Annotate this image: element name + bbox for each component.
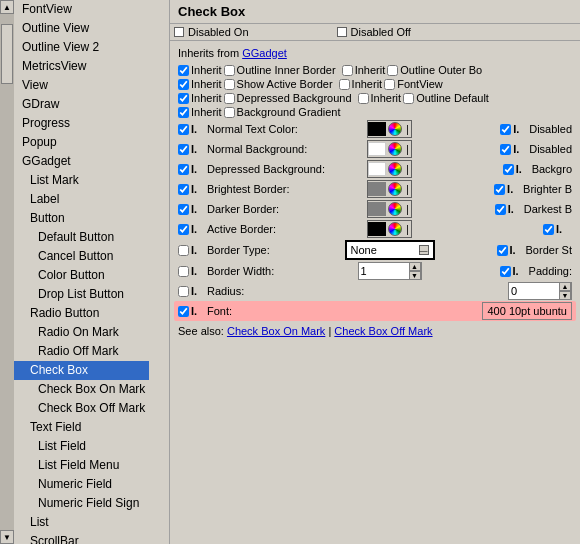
prop-border-type: I. Border Type: None — I. Border St [174, 239, 576, 261]
inherit-show-active-cb[interactable] [178, 79, 189, 90]
darker-border-btn[interactable]: | [367, 200, 412, 218]
sidebar-item-list-field[interactable]: List Field [14, 437, 149, 456]
depressed-bg-cb[interactable] [224, 93, 235, 104]
sidebar-item-numeric-field[interactable]: Numeric Field [14, 475, 149, 494]
prop-font: I. Font: 400 10pt ubuntu [174, 301, 576, 321]
active-border-btn[interactable]: | [367, 220, 412, 238]
sidebar-item-button[interactable]: Button [14, 209, 149, 228]
border-type-inherit-cb[interactable] [178, 245, 189, 256]
sidebar-item-list[interactable]: List [14, 513, 149, 532]
radius-down[interactable]: ▼ [559, 291, 571, 300]
sidebar-item-cancel-button[interactable]: Cancel Button [14, 247, 149, 266]
color-wheel-icon3 [388, 162, 402, 176]
radius-input[interactable] [509, 283, 559, 299]
inherit-bg-gradient-cb[interactable] [178, 107, 189, 118]
sidebar-item-radio-on-mark[interactable]: Radio On Mark [14, 323, 149, 342]
sidebar-item-metricsview[interactable]: MetricsView [14, 57, 149, 76]
sidebar-item-view[interactable]: View [14, 76, 149, 95]
inherit-outline-outer-cb[interactable] [342, 65, 353, 76]
bg-gradient-cb[interactable] [224, 107, 235, 118]
darker-border-right-cb[interactable] [495, 204, 506, 215]
normal-text-color-btn[interactable]: | [367, 120, 412, 138]
radius-stepper[interactable]: ▲ ▼ [508, 282, 572, 300]
sidebar-nav: FontViewOutline ViewOutline View 2Metric… [14, 0, 149, 544]
outer-shadow-cb[interactable] [384, 79, 395, 90]
outline-default-cb[interactable] [403, 93, 414, 104]
sidebar-item-radio-button[interactable]: Radio Button [14, 304, 149, 323]
border-width-right-cb[interactable] [500, 266, 511, 277]
radius-up[interactable]: ▲ [559, 282, 571, 291]
dropdown-arrow-icon: — [419, 245, 429, 255]
depressed-bg-inherit-cb[interactable] [178, 164, 189, 175]
sidebar-item-text-field[interactable]: Text Field [14, 418, 149, 437]
darker-border-inherit-cb[interactable] [178, 204, 189, 215]
sidebar-item-drop-list-button[interactable]: Drop List Button [14, 285, 149, 304]
outline-outer-border-cb[interactable] [387, 65, 398, 76]
active-border-inherit-cb[interactable] [178, 224, 189, 235]
sidebar-item-outline-view[interactable]: Outline View [14, 19, 149, 38]
disabled-on-checkbox[interactable] [174, 27, 184, 37]
inherit-outline-default-cb[interactable] [358, 93, 369, 104]
sidebar-item-popup[interactable]: Popup [14, 133, 149, 152]
brightest-border-inherit-cb[interactable] [178, 184, 189, 195]
border-width-down[interactable]: ▼ [409, 271, 421, 280]
border-type-dropdown[interactable]: None — [345, 240, 435, 260]
font-value[interactable]: 400 10pt ubuntu [482, 302, 572, 320]
sidebar-item-numeric-field-sign[interactable]: Numeric Field Sign [14, 494, 149, 513]
normal-bg-inherit-cb[interactable] [178, 144, 189, 155]
scroll-up-arrow[interactable]: ▲ [0, 0, 14, 14]
sidebar-item-list-mark[interactable]: List Mark [14, 171, 149, 190]
prop-radius: I. Radius: ▲ ▼ [174, 281, 576, 301]
inherit-outline-inner-cb[interactable] [178, 65, 189, 76]
prop-darker-border: I. Darker Border: | I. Darkest B [174, 199, 576, 219]
show-active-border-cb[interactable] [224, 79, 235, 90]
depressed-bg-btn[interactable]: | [367, 160, 412, 178]
sidebar-item-ggadget[interactable]: GGadget [14, 152, 149, 171]
outline-inner-border-cb[interactable] [224, 65, 235, 76]
sidebar-item-check-box-on-mark[interactable]: Check Box On Mark [14, 380, 149, 399]
color-wheel-icon [388, 122, 402, 136]
brightest-border-right-cb[interactable] [494, 184, 505, 195]
disabled-off-checkbox[interactable] [337, 27, 347, 37]
radius-inherit-cb[interactable] [178, 286, 189, 297]
sidebar-item-check-box[interactable]: Check Box [14, 361, 149, 380]
sidebar-item-color-button[interactable]: Color Button [14, 266, 149, 285]
font-inherit-cb[interactable] [178, 306, 189, 317]
see-also-check-box-off-mark[interactable]: Check Box Off Mark [334, 325, 432, 337]
active-border-swatch [368, 222, 386, 236]
inherit-outer-shadow-cb[interactable] [339, 79, 350, 90]
inherits-link[interactable]: GGadget [242, 47, 287, 59]
normal-text-color-right-cb[interactable] [500, 124, 511, 135]
sidebar-item-label[interactable]: Label [14, 190, 149, 209]
normal-bg-btn[interactable]: | [367, 140, 412, 158]
sidebar-item-gdraw[interactable]: GDraw [14, 95, 149, 114]
sidebar-item-outline-view-2[interactable]: Outline View 2 [14, 38, 149, 57]
border-width-up[interactable]: ▲ [409, 262, 421, 271]
brightest-border-btn[interactable]: | [367, 180, 412, 198]
normal-text-color-inherit-cb[interactable] [178, 124, 189, 135]
border-type-right-cb[interactable] [497, 245, 508, 256]
tab-disabled-on[interactable]: Disabled On [188, 26, 249, 38]
tab-disabled-off[interactable]: Disabled Off [351, 26, 411, 38]
border-width-inherit-cb[interactable] [178, 266, 189, 277]
sidebar-item-scrollbar[interactable]: ScrollBar [14, 532, 149, 544]
sidebar-item-progress[interactable]: Progress [14, 114, 149, 133]
sidebar-item-list-field-menu[interactable]: List Field Menu [14, 456, 149, 475]
border-width-input[interactable] [359, 263, 409, 279]
prop-active-border: I. Active Border: | I. [174, 219, 576, 239]
sidebar-item-default-button[interactable]: Default Button [14, 228, 149, 247]
darker-border-swatch [368, 202, 386, 216]
depressed-bg-right-cb[interactable] [503, 164, 514, 175]
sidebar-item-check-box-off-mark[interactable]: Check Box Off Mark [14, 399, 149, 418]
sidebar-item-radio-off-mark[interactable]: Radio Off Mark [14, 342, 149, 361]
border-width-stepper[interactable]: ▲ ▼ [358, 262, 422, 280]
checkbox-row-4: Inherit Background Gradient [174, 105, 576, 119]
inherit-depressed-bg-cb[interactable] [178, 93, 189, 104]
scroll-down-arrow[interactable]: ▼ [0, 530, 14, 544]
see-also-check-box-on-mark[interactable]: Check Box On Mark [227, 325, 325, 337]
scroll-thumb[interactable] [1, 24, 13, 84]
active-border-right-cb[interactable] [543, 224, 554, 235]
inherits-row: Inherits from GGadget [174, 45, 576, 61]
normal-bg-right-cb[interactable] [500, 144, 511, 155]
sidebar-item-fontview[interactable]: FontView [14, 0, 149, 19]
